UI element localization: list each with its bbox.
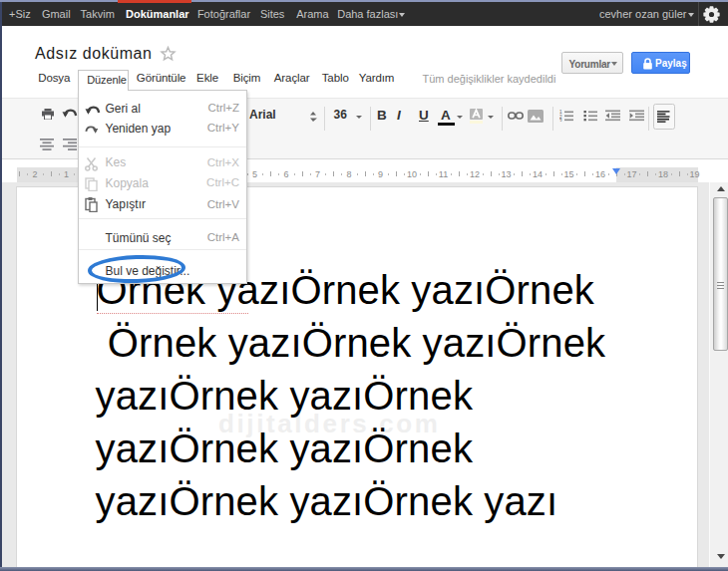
svg-text:3: 3 — [559, 118, 562, 122]
